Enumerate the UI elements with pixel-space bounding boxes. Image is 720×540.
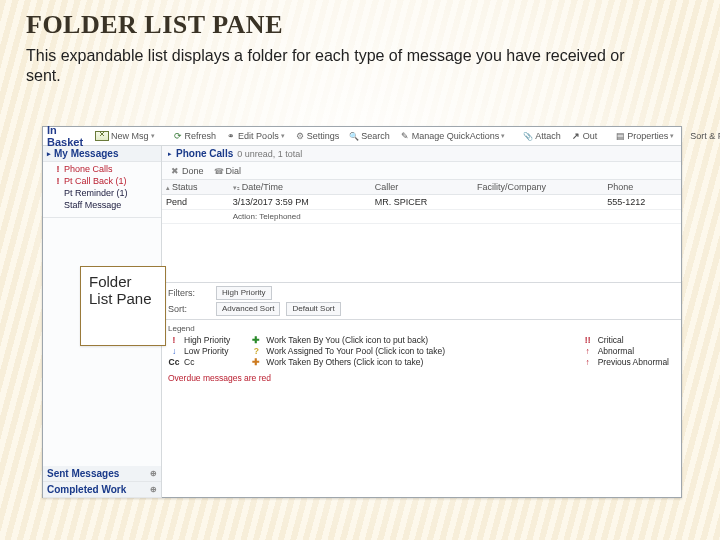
sidebar-item-pt-call-back[interactable]: ! Pt Call Back (1) xyxy=(45,175,159,187)
properties-icon xyxy=(615,131,625,141)
dial-button[interactable]: Dial xyxy=(212,165,244,177)
callout-folder-list-pane: Folder List Pane xyxy=(80,266,166,346)
legend-item: ?Work Assigned To Your Pool (Click icon … xyxy=(250,346,445,356)
legend-box: Legend !High Priority ↓Low Priority CcCc… xyxy=(162,320,681,369)
search-button[interactable]: Search xyxy=(347,130,392,142)
legend-item: CcCc xyxy=(168,357,230,367)
main-toolbar: In Basket New Msg ▾ Refresh ⚭ Edit Pools… xyxy=(43,127,681,146)
attach-button[interactable]: Attach xyxy=(521,130,563,142)
sort-advanced[interactable]: Advanced Sort xyxy=(216,302,280,316)
content-title-bar: ▸ Phone Calls 0 unread, 1 total xyxy=(162,146,681,162)
chevron-down-icon: ▾ xyxy=(501,132,505,140)
edit-pools-button[interactable]: ⚭ Edit Pools ▾ xyxy=(224,130,287,142)
legend-icon: ↓ xyxy=(168,346,180,356)
legend-title: Legend xyxy=(168,324,675,333)
cell-datetime: 3/13/2017 3:59 PM xyxy=(229,195,371,210)
sidebar-item-label: Phone Calls xyxy=(64,164,113,174)
search-label: Search xyxy=(361,131,390,141)
refresh-label: Refresh xyxy=(185,131,217,141)
sidebar-header-my-messages[interactable]: ▸ My Messages xyxy=(43,146,161,162)
chevron-down-icon: ▾ xyxy=(281,132,285,140)
attach-label: Attach xyxy=(535,131,561,141)
overdue-note: Overdue messages are red xyxy=(162,369,681,385)
col-caller[interactable]: Caller xyxy=(371,180,473,195)
triangle-down-icon: ▸ xyxy=(47,150,51,158)
gear-icon xyxy=(295,131,305,141)
properties-label: Properties xyxy=(627,131,668,141)
expand-icon: ⊕ xyxy=(150,485,157,494)
cell-facility xyxy=(473,195,603,210)
out-label: Out xyxy=(583,131,598,141)
sidebar-item-label: Pt Reminder (1) xyxy=(64,188,128,198)
col-status[interactable]: ▴Status xyxy=(162,180,229,195)
table-row[interactable]: Pend 3/13/2017 3:59 PM MR. SPICER 555-12… xyxy=(162,195,681,210)
legend-icon: ↑ xyxy=(582,346,594,356)
refresh-button[interactable]: Refresh xyxy=(171,130,219,142)
content-title-meta: 0 unread, 1 total xyxy=(237,149,302,159)
chevron-down-icon: ▾ xyxy=(151,132,155,140)
envelope-icon xyxy=(95,131,109,141)
done-button[interactable]: Done xyxy=(168,165,206,177)
legend-icon: Cc xyxy=(168,357,180,367)
sidebar-bottom-label: Completed Work xyxy=(47,484,126,495)
search-icon xyxy=(349,131,359,141)
expand-icon: ⊕ xyxy=(150,469,157,478)
dial-label: Dial xyxy=(226,166,242,176)
chevron-down-icon: ▾ xyxy=(670,132,674,140)
sidebar-header-completed-work[interactable]: Completed Work ⊕ xyxy=(43,482,161,498)
settings-label: Settings xyxy=(307,131,340,141)
settings-button[interactable]: Settings xyxy=(293,130,342,142)
legend-item: !High Priority xyxy=(168,335,230,345)
sort-desc-icon: ▾₂ xyxy=(233,184,240,191)
legend-item: ↓Low Priority xyxy=(168,346,230,356)
phone-icon xyxy=(214,166,224,176)
sidebar-header-label: My Messages xyxy=(54,148,118,159)
cell-status: Pend xyxy=(162,195,229,210)
content-sub-toolbar: Done Dial xyxy=(162,162,681,180)
sidebar-bottom-label: Sent Messages xyxy=(47,468,119,479)
sidebar-header-sent-messages[interactable]: Sent Messages ⊕ xyxy=(43,466,161,482)
app-brand: In Basket xyxy=(47,124,83,148)
done-label: Done xyxy=(182,166,204,176)
priority-flag-icon: ! xyxy=(55,164,61,174)
out-icon xyxy=(571,131,581,141)
sidebar-item-phone-calls[interactable]: ! Phone Calls xyxy=(45,163,159,175)
legend-icon: ! xyxy=(168,335,180,345)
slide-description: This expandable list displays a folder f… xyxy=(26,46,660,86)
content-title-label: Phone Calls xyxy=(176,148,233,159)
col-phone[interactable]: Phone xyxy=(603,180,681,195)
refresh-icon xyxy=(173,131,183,141)
legend-item: ✚Work Taken By You (Click icon to put ba… xyxy=(250,335,445,345)
new-msg-button[interactable]: New Msg ▾ xyxy=(93,130,157,142)
filter-high-priority[interactable]: High Priority xyxy=(216,286,272,300)
message-list-pane: ▸ Phone Calls 0 unread, 1 total Done Dia… xyxy=(162,146,681,498)
done-icon xyxy=(170,166,180,176)
sidebar-list: ! Phone Calls ! Pt Call Back (1) ! Pt Re… xyxy=(43,162,161,218)
sort-filter-label: Sort & Filter xyxy=(690,131,720,141)
legend-col-1: !High Priority ↓Low Priority CcCc xyxy=(168,335,230,367)
sidebar-item-staff-message[interactable]: ! Staff Message xyxy=(45,199,159,211)
cell-caller: MR. SPICER xyxy=(371,195,473,210)
legend-icon: ✚ xyxy=(250,335,262,345)
legend-item: ✚Work Taken By Others (Click icon to tak… xyxy=(250,357,445,367)
sort-default[interactable]: Default Sort xyxy=(286,302,340,316)
table-header-row: ▴Status ▾₂Date/Time Caller Facility/Comp… xyxy=(162,180,681,195)
cell-phone: 555-1212 xyxy=(603,195,681,210)
legend-item: ↑Abnormal xyxy=(582,346,669,356)
legend-icon: ↑ xyxy=(582,357,594,367)
sort-filter-button[interactable]: Sort & Filter ▾ xyxy=(688,130,720,142)
new-msg-label: New Msg xyxy=(111,131,149,141)
pencil-icon xyxy=(400,131,410,141)
col-facility[interactable]: Facility/Company xyxy=(473,180,603,195)
properties-button[interactable]: Properties ▾ xyxy=(613,130,676,142)
col-datetime[interactable]: ▾₂Date/Time xyxy=(229,180,371,195)
callout-text: Folder List Pane xyxy=(89,273,152,307)
manage-quickactions-button[interactable]: Manage QuickActions ▾ xyxy=(398,130,508,142)
cell-action: Action: Telephoned xyxy=(229,210,681,224)
legend-icon: ✚ xyxy=(250,357,262,367)
priority-flag-icon: ! xyxy=(55,176,61,186)
sidebar-bottom: Sent Messages ⊕ Completed Work ⊕ xyxy=(43,466,161,498)
out-button[interactable]: Out xyxy=(569,130,600,142)
legend-item: ↑Previous Abnormal xyxy=(582,357,669,367)
sidebar-item-pt-reminder[interactable]: ! Pt Reminder (1) xyxy=(45,187,159,199)
